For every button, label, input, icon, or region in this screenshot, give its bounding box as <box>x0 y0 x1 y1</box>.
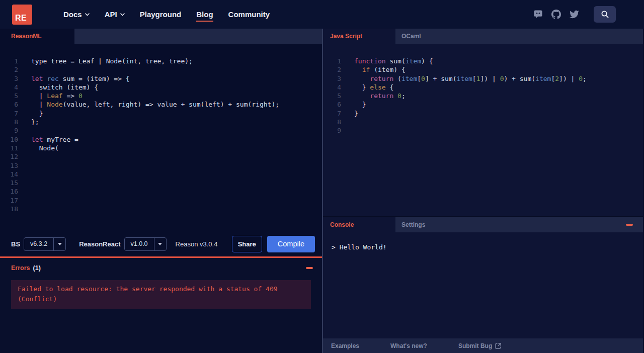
line-numbers: 123456789101112131415161718 <box>0 57 18 231</box>
tab-console[interactable]: Console <box>323 217 395 232</box>
search-icon <box>601 10 609 19</box>
reasonreact-label: ReasonReact <box>79 240 120 248</box>
tab-javascript[interactable]: Java Script <box>323 29 395 44</box>
chevron-down-icon <box>154 238 166 250</box>
errors-panel: Errors (1) Failed to load resource: the … <box>0 256 322 353</box>
search-button[interactable] <box>594 6 616 23</box>
reason-logo[interactable]: RE <box>12 5 32 25</box>
collapse-errors-icon[interactable] <box>306 267 313 269</box>
examples-link[interactable]: Examples <box>331 342 359 349</box>
nav-item-label: API <box>105 10 117 19</box>
compile-button[interactable]: Compile <box>267 236 315 252</box>
nav-item-api[interactable]: API <box>105 7 125 22</box>
compile-toolbar: BS v6.3.2 ReasonReact v1.0.0 Reason v3.0… <box>0 231 322 256</box>
reasonreact-version-select[interactable]: v1.0.0 <box>124 237 167 251</box>
submit-bug-label: Submit Bug <box>458 342 492 349</box>
nav-right <box>533 6 644 23</box>
main-nav: Docs API Playground Blog Community <box>63 7 270 22</box>
chevron-down-icon <box>85 13 90 16</box>
bs-version-select[interactable]: v6.3.2 <box>24 237 66 251</box>
collapse-console-icon[interactable] <box>626 224 633 226</box>
console-tabstrip: Console Settings <box>323 216 643 232</box>
nav-item-playground[interactable]: Playground <box>140 7 182 22</box>
external-link-icon <box>495 343 501 349</box>
nav-item-label: Playground <box>140 10 182 19</box>
chevron-down-icon <box>120 13 125 16</box>
nav-item-label: Docs <box>63 10 82 19</box>
javascript-code: function sum(item) { if (item) { return … <box>354 57 587 216</box>
bs-version-value: v6.3.2 <box>24 240 53 247</box>
twitter-icon[interactable] <box>570 10 579 19</box>
errors-title: Errors <box>11 264 30 272</box>
errors-count-badge: (1) <box>33 264 41 272</box>
reason-code: type tree = Leaf | Node(int, tree, tree)… <box>31 57 279 231</box>
nav-item-blog[interactable]: Blog <box>196 7 213 22</box>
whats-new-link[interactable]: What's new? <box>390 342 427 349</box>
javascript-output-editor[interactable]: 123456789 function sum(item) { if (item)… <box>323 44 643 216</box>
playground-footer: Examples What's new? Submit Bug <box>323 338 643 353</box>
bs-label: BS <box>11 240 20 248</box>
nav-item-label: Community <box>228 10 270 19</box>
tab-reasonml[interactable]: ReasonML <box>0 29 74 44</box>
chevron-down-icon <box>53 238 65 250</box>
reasonreact-version-value: v1.0.0 <box>125 240 154 247</box>
console-output: > Hello World! <box>323 232 643 338</box>
github-icon[interactable] <box>551 10 561 19</box>
reason-panel: ReasonML 123456789101112131415161718 typ… <box>0 29 322 353</box>
reason-editor[interactable]: 123456789101112131415161718 type tree = … <box>0 44 322 231</box>
share-button[interactable]: Share <box>232 236 262 252</box>
nav-item-community[interactable]: Community <box>228 7 270 22</box>
tab-ocaml[interactable]: OCaml <box>395 29 421 44</box>
output-tabstrip: Java Script OCaml <box>323 29 643 44</box>
submit-bug-link[interactable]: Submit Bug <box>458 342 501 349</box>
errors-header: Errors (1) <box>0 258 322 278</box>
discord-icon[interactable] <box>533 10 543 19</box>
reason-tabstrip: ReasonML <box>0 29 322 44</box>
playground-main: ReasonML 123456789101112131415161718 typ… <box>0 29 644 353</box>
nav-item-label: Blog <box>196 10 213 19</box>
reason-version-text: Reason v3.0.4 <box>176 240 218 248</box>
nav-item-docs[interactable]: Docs <box>63 7 90 22</box>
line-numbers: 123456789 <box>323 57 341 216</box>
error-message: Failed to load resource: the server resp… <box>11 280 311 309</box>
top-nav: RE Docs API Playground Blog Community <box>0 0 644 29</box>
output-panel: Java Script OCaml 123456789 function sum… <box>322 29 643 353</box>
tab-settings[interactable]: Settings <box>395 217 425 232</box>
